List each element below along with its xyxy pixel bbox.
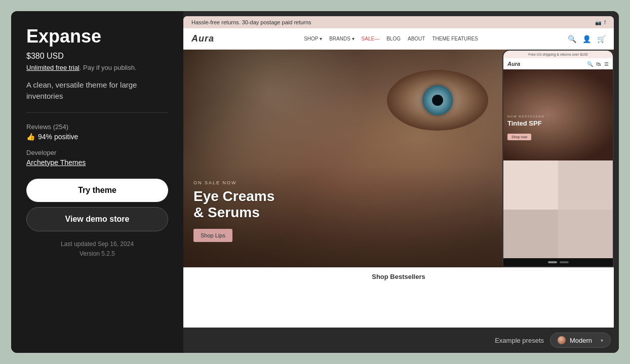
developer-name-link[interactable]: Archetype Themes xyxy=(26,158,168,167)
hero-headline-line2: & Serums xyxy=(193,205,260,220)
hero-section: ON SALE NOW Eye Creams & Serums Shop Lip… xyxy=(183,50,614,267)
phone-products-grid xyxy=(503,160,613,258)
announcement-text: Hassle-free returns. 30-day postage paid… xyxy=(191,19,311,25)
nav-shop[interactable]: SHOP ▾ xyxy=(304,36,322,42)
phone-search-icon[interactable]: 🔍 xyxy=(587,61,593,67)
theme-description: A clean, versatile theme for large inven… xyxy=(26,79,168,102)
nav-brands[interactable]: BRANDS ▾ xyxy=(329,36,354,42)
developer-label: Developer xyxy=(26,149,168,156)
bestsellers-label: Shop Bestsellers xyxy=(372,273,425,280)
phone-nav: Aura 🔍 🛍 ☰ xyxy=(503,58,613,69)
nav-dot-2 xyxy=(560,261,569,263)
thumbs-up-icon: 👍 xyxy=(26,133,35,141)
nav-links: SHOP ▾ BRANDS ▾ SALE— BLOG ABOUT THEME F… xyxy=(304,36,478,42)
view-demo-button[interactable]: View demo store xyxy=(26,207,168,231)
announcement-bar: Hassle-free returns. 30-day postage paid… xyxy=(183,16,614,28)
hero-cta-button[interactable]: Shop Lips xyxy=(193,229,232,242)
phone-inner: Free US shipping & returns over $100 Aur… xyxy=(503,51,613,258)
example-presets-label: Example presets xyxy=(495,337,544,344)
bottom-bar: Example presets Modern ▾ xyxy=(183,328,619,353)
search-icon[interactable]: 🔍 xyxy=(568,35,576,43)
reviews-section: Reviews (254) 👍 94% positive xyxy=(26,123,168,141)
nav-dot-1 xyxy=(548,261,557,263)
reviews-label: Reviews (254) xyxy=(26,123,168,131)
divider xyxy=(26,112,168,113)
reviews-positive: 👍 94% positive xyxy=(26,133,168,141)
left-panel: Expanse $380 USD Unlimited free trial. P… xyxy=(11,11,183,353)
preset-color-dot xyxy=(558,336,566,344)
free-trial-link[interactable]: Unlimited free trial xyxy=(26,64,80,71)
preset-selector[interactable]: Modern ▾ xyxy=(550,333,611,348)
theme-price: $380 USD xyxy=(26,52,168,61)
theme-title: Expanse xyxy=(26,26,168,47)
nav-about[interactable]: ABOUT xyxy=(408,36,425,42)
update-info: Last updated Sep 16, 2024 Version 5.2.5 xyxy=(26,239,168,259)
last-updated: Last updated Sep 16, 2024 xyxy=(26,239,168,249)
eye-iris xyxy=(422,85,453,115)
phone-hero: NOW RESTOCKED Tinted SPF Shop now xyxy=(503,69,613,160)
phone-announcement: Free US shipping & returns over $100 xyxy=(503,51,613,58)
website-container: Hassle-free returns. 30-day postage paid… xyxy=(183,16,614,328)
eye-oval xyxy=(387,70,488,131)
site-nav: Aura SHOP ▾ BRANDS ▾ SALE— BLOG ABOUT TH… xyxy=(183,28,614,50)
phone-bag-icon[interactable]: 🛍 xyxy=(596,61,601,67)
social-icons: 📷 f xyxy=(595,20,606,25)
hero-content: ON SALE NOW Eye Creams & Serums Shop Lip… xyxy=(193,180,274,242)
free-trial-suffix: . Pay if you publish. xyxy=(80,64,137,71)
account-icon[interactable]: 👤 xyxy=(582,35,591,43)
phone-product-3 xyxy=(503,210,558,259)
preview-panel: Hassle-free returns. 30-day postage paid… xyxy=(183,11,619,353)
try-theme-button[interactable]: Try theme xyxy=(26,179,168,202)
hero-sale-tag: ON SALE NOW xyxy=(193,180,274,185)
phone-nav-dots xyxy=(503,258,613,266)
site-logo: Aura xyxy=(191,33,214,44)
browser-preview: Hassle-free returns. 30-day postage paid… xyxy=(183,16,614,328)
phone-hero-content: NOW RESTOCKED Tinted SPF Shop now xyxy=(507,115,609,140)
facebook-icon[interactable]: f xyxy=(604,20,606,25)
nav-theme-features[interactable]: THEME FEATURES xyxy=(432,36,478,42)
phone-headline: Tinted SPF xyxy=(507,119,609,127)
phone-cta-button[interactable]: Shop now xyxy=(507,134,531,140)
phone-nav-icons: 🔍 🛍 ☰ xyxy=(587,61,609,67)
nav-sale[interactable]: SALE— xyxy=(362,36,380,42)
eye-pupil xyxy=(432,95,443,106)
app-window: Expanse $380 USD Unlimited free trial. P… xyxy=(11,11,619,353)
instagram-icon[interactable]: 📷 xyxy=(595,20,601,25)
free-trial-text: Unlimited free trial. Pay if you publish… xyxy=(26,64,168,71)
nav-blog[interactable]: BLOG xyxy=(386,36,401,42)
reviews-positive-text: 94% positive xyxy=(38,133,78,141)
phone-product-1 xyxy=(503,160,558,210)
phone-product-4 xyxy=(558,210,613,259)
phone-product-2 xyxy=(558,160,613,210)
mobile-phone-preview: Free US shipping & returns over $100 Aur… xyxy=(502,50,614,267)
phone-menu-icon[interactable]: ☰ xyxy=(604,61,609,67)
preset-selected-label: Modern xyxy=(570,337,597,344)
phone-restocked-tag: NOW RESTOCKED xyxy=(507,115,609,118)
bestsellers-bar: Shop Bestsellers xyxy=(183,267,614,286)
cart-icon[interactable]: 🛒 xyxy=(597,35,606,43)
hero-headline-line1: Eye Creams xyxy=(193,188,274,204)
nav-action-icons: 🔍 👤 🛒 xyxy=(568,35,606,43)
developer-section: Developer Archetype Themes xyxy=(26,149,168,167)
eye-decoration xyxy=(387,70,498,161)
version: Version 5.2.5 xyxy=(26,249,168,259)
main-content: Expanse $380 USD Unlimited free trial. P… xyxy=(11,11,619,353)
hero-headline: Eye Creams & Serums xyxy=(193,188,274,221)
chevron-down-icon: ▾ xyxy=(601,338,603,343)
phone-logo: Aura xyxy=(507,61,520,67)
